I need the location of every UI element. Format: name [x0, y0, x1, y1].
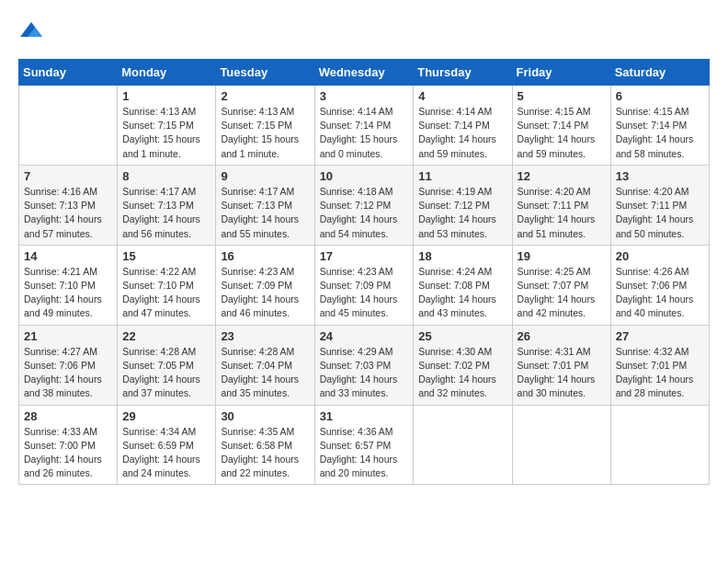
day-number: 8	[122, 169, 210, 183]
calendar-cell: 24Sunrise: 4:29 AM Sunset: 7:03 PM Dayli…	[314, 325, 414, 405]
header-sunday: Sunday	[19, 60, 118, 86]
day-info: Sunrise: 4:23 AM Sunset: 7:09 PM Dayligh…	[221, 265, 309, 321]
day-number: 20	[616, 249, 704, 263]
calendar-cell: 21Sunrise: 4:27 AM Sunset: 7:06 PM Dayli…	[19, 325, 118, 405]
day-info: Sunrise: 4:15 AM Sunset: 7:14 PM Dayligh…	[616, 105, 704, 161]
calendar-cell: 18Sunrise: 4:24 AM Sunset: 7:08 PM Dayli…	[414, 245, 512, 325]
calendar-cell: 31Sunrise: 4:36 AM Sunset: 6:57 PM Dayli…	[314, 405, 414, 485]
calendar-cell: 2Sunrise: 4:13 AM Sunset: 7:15 PM Daylig…	[216, 86, 314, 166]
header-saturday: Saturday	[610, 60, 709, 86]
day-number: 24	[320, 329, 409, 343]
day-number: 2	[221, 89, 309, 103]
calendar-cell: 4Sunrise: 4:14 AM Sunset: 7:14 PM Daylig…	[414, 86, 512, 166]
day-info: Sunrise: 4:27 AM Sunset: 7:06 PM Dayligh…	[24, 345, 112, 401]
day-info: Sunrise: 4:34 AM Sunset: 6:59 PM Dayligh…	[122, 425, 210, 481]
day-number: 29	[122, 409, 210, 423]
header-friday: Friday	[512, 60, 610, 86]
header-monday: Monday	[118, 60, 216, 86]
calendar-week-row: 1Sunrise: 4:13 AM Sunset: 7:15 PM Daylig…	[19, 86, 710, 166]
day-number: 4	[418, 89, 506, 103]
day-info: Sunrise: 4:29 AM Sunset: 7:03 PM Dayligh…	[320, 345, 409, 401]
day-info: Sunrise: 4:26 AM Sunset: 7:06 PM Dayligh…	[616, 265, 704, 321]
day-info: Sunrise: 4:21 AM Sunset: 7:10 PM Dayligh…	[24, 265, 112, 321]
day-number: 19	[518, 249, 606, 263]
day-info: Sunrise: 4:13 AM Sunset: 7:15 PM Dayligh…	[221, 105, 309, 161]
calendar-cell: 16Sunrise: 4:23 AM Sunset: 7:09 PM Dayli…	[216, 245, 314, 325]
day-number: 15	[122, 249, 210, 263]
calendar-cell: 6Sunrise: 4:15 AM Sunset: 7:14 PM Daylig…	[610, 86, 709, 166]
calendar-cell: 7Sunrise: 4:16 AM Sunset: 7:13 PM Daylig…	[19, 165, 118, 245]
calendar-cell: 1Sunrise: 4:13 AM Sunset: 7:15 PM Daylig…	[118, 86, 216, 166]
day-info: Sunrise: 4:32 AM Sunset: 7:01 PM Dayligh…	[616, 345, 704, 401]
day-info: Sunrise: 4:13 AM Sunset: 7:15 PM Dayligh…	[122, 105, 210, 161]
calendar-cell: 17Sunrise: 4:23 AM Sunset: 7:09 PM Dayli…	[314, 245, 414, 325]
page-header	[18, 18, 710, 44]
calendar-cell: 11Sunrise: 4:19 AM Sunset: 7:12 PM Dayli…	[414, 165, 512, 245]
day-number: 18	[418, 249, 506, 263]
calendar-cell: 14Sunrise: 4:21 AM Sunset: 7:10 PM Dayli…	[19, 245, 118, 325]
calendar-cell: 12Sunrise: 4:20 AM Sunset: 7:11 PM Dayli…	[512, 165, 610, 245]
calendar-week-row: 21Sunrise: 4:27 AM Sunset: 7:06 PM Dayli…	[19, 325, 710, 405]
calendar-week-row: 7Sunrise: 4:16 AM Sunset: 7:13 PM Daylig…	[19, 165, 710, 245]
header-wednesday: Wednesday	[314, 60, 414, 86]
calendar-week-row: 28Sunrise: 4:33 AM Sunset: 7:00 PM Dayli…	[19, 405, 710, 485]
day-info: Sunrise: 4:24 AM Sunset: 7:08 PM Dayligh…	[418, 265, 506, 321]
day-number: 25	[418, 329, 506, 343]
day-number: 1	[122, 89, 210, 103]
calendar-cell: 22Sunrise: 4:28 AM Sunset: 7:05 PM Dayli…	[118, 325, 216, 405]
day-number: 3	[320, 89, 409, 103]
day-number: 13	[616, 169, 704, 183]
calendar-cell: 26Sunrise: 4:31 AM Sunset: 7:01 PM Dayli…	[512, 325, 610, 405]
day-info: Sunrise: 4:28 AM Sunset: 7:04 PM Dayligh…	[221, 345, 309, 401]
day-number: 7	[24, 169, 112, 183]
calendar-cell: 25Sunrise: 4:30 AM Sunset: 7:02 PM Dayli…	[414, 325, 512, 405]
day-number: 10	[320, 169, 409, 183]
day-info: Sunrise: 4:25 AM Sunset: 7:07 PM Dayligh…	[518, 265, 606, 321]
day-info: Sunrise: 4:28 AM Sunset: 7:05 PM Dayligh…	[122, 345, 210, 401]
calendar-cell: 8Sunrise: 4:17 AM Sunset: 7:13 PM Daylig…	[118, 165, 216, 245]
day-number: 11	[418, 169, 506, 183]
day-number: 14	[24, 249, 112, 263]
logo	[18, 18, 48, 44]
day-info: Sunrise: 4:20 AM Sunset: 7:11 PM Dayligh…	[616, 185, 704, 241]
day-number: 27	[616, 329, 704, 343]
day-info: Sunrise: 4:30 AM Sunset: 7:02 PM Dayligh…	[418, 345, 506, 401]
day-number: 21	[24, 329, 112, 343]
day-info: Sunrise: 4:19 AM Sunset: 7:12 PM Dayligh…	[418, 185, 506, 241]
day-number: 30	[221, 409, 309, 423]
day-number: 23	[221, 329, 309, 343]
day-number: 6	[616, 89, 704, 103]
calendar-cell: 3Sunrise: 4:14 AM Sunset: 7:14 PM Daylig…	[314, 86, 414, 166]
logo-icon	[18, 18, 44, 44]
day-number: 17	[320, 249, 409, 263]
day-info: Sunrise: 4:36 AM Sunset: 6:57 PM Dayligh…	[320, 425, 409, 481]
day-number: 16	[221, 249, 309, 263]
calendar-week-row: 14Sunrise: 4:21 AM Sunset: 7:10 PM Dayli…	[19, 245, 710, 325]
header-tuesday: Tuesday	[216, 60, 314, 86]
day-number: 22	[122, 329, 210, 343]
day-info: Sunrise: 4:18 AM Sunset: 7:12 PM Dayligh…	[320, 185, 409, 241]
day-number: 9	[221, 169, 309, 183]
day-number: 28	[24, 409, 112, 423]
day-number: 5	[518, 89, 606, 103]
calendar-cell: 19Sunrise: 4:25 AM Sunset: 7:07 PM Dayli…	[512, 245, 610, 325]
calendar-cell: 13Sunrise: 4:20 AM Sunset: 7:11 PM Dayli…	[610, 165, 709, 245]
day-info: Sunrise: 4:17 AM Sunset: 7:13 PM Dayligh…	[122, 185, 210, 241]
calendar-cell	[512, 405, 610, 485]
calendar-cell: 30Sunrise: 4:35 AM Sunset: 6:58 PM Dayli…	[216, 405, 314, 485]
day-info: Sunrise: 4:14 AM Sunset: 7:14 PM Dayligh…	[418, 105, 506, 161]
calendar-cell: 28Sunrise: 4:33 AM Sunset: 7:00 PM Dayli…	[19, 405, 118, 485]
day-info: Sunrise: 4:23 AM Sunset: 7:09 PM Dayligh…	[320, 265, 409, 321]
calendar-cell	[610, 405, 709, 485]
calendar-cell: 23Sunrise: 4:28 AM Sunset: 7:04 PM Dayli…	[216, 325, 314, 405]
calendar-cell: 20Sunrise: 4:26 AM Sunset: 7:06 PM Dayli…	[610, 245, 709, 325]
day-info: Sunrise: 4:31 AM Sunset: 7:01 PM Dayligh…	[518, 345, 606, 401]
day-info: Sunrise: 4:16 AM Sunset: 7:13 PM Dayligh…	[24, 185, 112, 241]
day-info: Sunrise: 4:33 AM Sunset: 7:00 PM Dayligh…	[24, 425, 112, 481]
calendar-cell: 27Sunrise: 4:32 AM Sunset: 7:01 PM Dayli…	[610, 325, 709, 405]
day-info: Sunrise: 4:17 AM Sunset: 7:13 PM Dayligh…	[221, 185, 309, 241]
calendar-cell: 29Sunrise: 4:34 AM Sunset: 6:59 PM Dayli…	[118, 405, 216, 485]
day-info: Sunrise: 4:14 AM Sunset: 7:14 PM Dayligh…	[320, 105, 409, 161]
day-number: 26	[518, 329, 606, 343]
calendar-cell	[19, 86, 118, 166]
